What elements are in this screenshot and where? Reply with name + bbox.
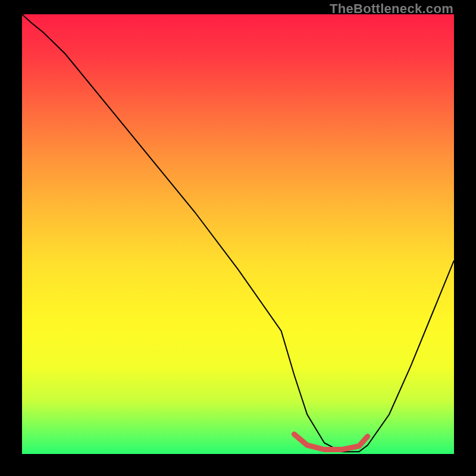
chart-svg (22, 14, 454, 454)
watermark-text: TheBottleneck.com (330, 1, 453, 17)
bottleneck-curve (22, 14, 454, 452)
chart-frame: TheBottleneck.com (0, 0, 476, 476)
optimal-range-highlight (294, 434, 367, 450)
